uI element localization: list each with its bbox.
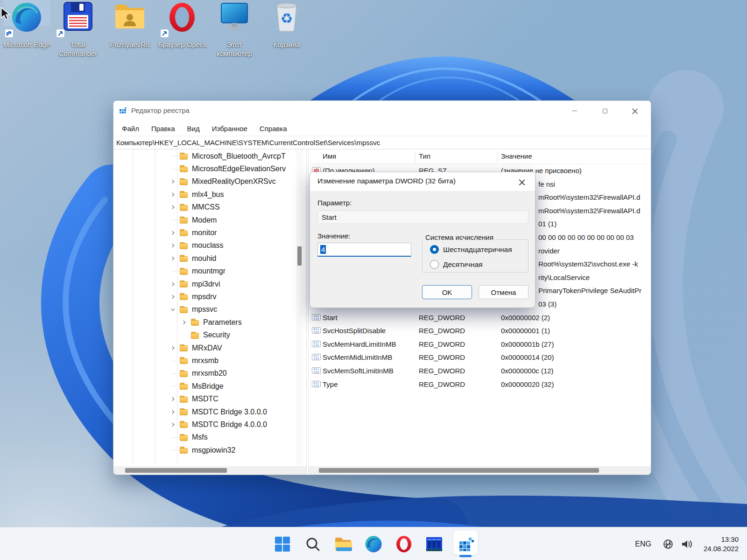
tree-vertical-scrollbar[interactable] xyxy=(296,149,303,465)
folder-icon xyxy=(180,231,188,237)
scrollbar-thumb[interactable] xyxy=(297,246,302,266)
registry-tree-pane[interactable]: Microsoft_Bluetooth_AvrcpT MicrosoftEdge… xyxy=(113,149,306,465)
tree-item[interactable]: MixedRealityOpenXRSvc xyxy=(113,175,306,188)
menu-view[interactable]: Вид xyxy=(181,125,206,133)
tree-item[interactable]: MRxDAV xyxy=(113,342,306,354)
chevron-right-icon[interactable] xyxy=(169,421,176,428)
tree-item[interactable]: Microsoft_Bluetooth_AvrcpT xyxy=(113,150,306,162)
value-row[interactable]: Type REG_DWORD 0x00000020 (32) xyxy=(309,378,651,392)
value-row[interactable]: SvcMemSoftLimitInMB REG_DWORD 0x0000000c… xyxy=(309,364,651,378)
tray-time: 13:30 xyxy=(704,535,739,544)
chevron-right-icon[interactable] xyxy=(169,409,176,415)
value-row[interactable]: SvcMemHardLimitInMB REG_DWORD 0x0000001b… xyxy=(309,338,651,351)
tree-item[interactable]: mrxsmb xyxy=(113,354,306,367)
column-header-type[interactable]: Тип xyxy=(419,152,430,160)
edge-button[interactable] xyxy=(363,534,384,554)
menu-file[interactable]: Файл xyxy=(116,125,145,133)
scrollbar-thumb[interactable] xyxy=(319,468,599,473)
tree-horizontal-scrollbar[interactable] xyxy=(113,466,306,475)
desktop-icon-total-commander[interactable]: Total Commander xyxy=(54,2,102,58)
volume-icon[interactable] xyxy=(681,539,693,550)
tree-item[interactable]: monitor xyxy=(113,226,306,239)
chevron-right-icon[interactable] xyxy=(169,294,176,300)
radio-decimal[interactable]: Десятичная xyxy=(430,260,483,269)
tree-item[interactable]: Modem xyxy=(113,214,306,226)
values-horizontal-scrollbar[interactable] xyxy=(309,466,651,475)
tree-item[interactable]: MSDTC xyxy=(113,393,306,406)
tree-item[interactable]: MicrosoftEdgeElevationServ xyxy=(113,162,306,175)
desktop-icon-poznyaevru[interactable]: PoznyaevRu xyxy=(106,2,154,49)
file-explorer-button[interactable] xyxy=(333,534,353,554)
tree-item[interactable]: mpsdrv xyxy=(113,290,306,303)
chevron-right-icon[interactable] xyxy=(169,255,176,262)
start-button[interactable] xyxy=(272,534,293,554)
ok-button[interactable]: OK xyxy=(422,285,472,299)
tree-item[interactable]: MSDTC Bridge 3.0.0.0 xyxy=(113,406,306,418)
dialog-titlebar[interactable]: Изменение параметра DWORD (32 бита) xyxy=(310,172,535,191)
column-header-name[interactable]: Имя xyxy=(323,152,336,160)
menu-help[interactable]: Справка xyxy=(254,125,293,133)
network-globe-icon[interactable] xyxy=(662,539,674,550)
column-header-value[interactable]: Значение xyxy=(501,152,532,160)
clock[interactable]: 13:30 24.08.2022 xyxy=(704,535,739,553)
tree-item[interactable]: mrxsmb20 xyxy=(113,367,306,380)
chevron-right-icon[interactable] xyxy=(169,178,176,185)
desktop-icon-recycle-bin[interactable]: ♻ Корзина xyxy=(262,2,311,49)
chevron-right-icon[interactable] xyxy=(169,191,176,198)
registry-editor-button-active[interactable] xyxy=(455,534,476,554)
maximize-button[interactable] xyxy=(590,101,620,121)
scrollbar-thumb[interactable] xyxy=(125,468,227,473)
tree-item[interactable]: Msfs xyxy=(113,431,306,444)
mouse-cursor xyxy=(0,7,11,23)
chevron-right-icon[interactable] xyxy=(169,204,176,210)
radio-hexadecimal[interactable]: Шестнадцатеричная xyxy=(430,245,512,254)
chevron-right-icon[interactable] xyxy=(169,281,176,287)
tree-item[interactable]: Parameters xyxy=(113,316,306,329)
tree-item-selected[interactable]: mpssvc xyxy=(113,303,306,316)
tree-item[interactable]: mpi3drvi xyxy=(113,278,306,290)
tree-item[interactable]: msgpiowin32 xyxy=(113,444,306,456)
tree-item[interactable]: Security xyxy=(113,329,306,342)
dialog-close-button[interactable] xyxy=(514,176,529,188)
tray-date: 24.08.2022 xyxy=(704,544,739,553)
chevron-down-icon[interactable] xyxy=(169,306,176,313)
chevron-right-icon[interactable] xyxy=(169,230,176,236)
address-path[interactable]: Компьютер\HKEY_LOCAL_MACHINE\SYSTEM\Curr… xyxy=(113,139,380,147)
tree-item[interactable]: MMCSS xyxy=(113,201,306,214)
param-name-field[interactable]: Start xyxy=(317,210,529,224)
value-input-field[interactable]: 4 xyxy=(317,243,411,257)
folder-icon xyxy=(334,536,352,552)
opera-button[interactable] xyxy=(394,534,414,554)
tree-item[interactable]: mountmgr xyxy=(113,265,306,278)
menu-edit[interactable]: Правка xyxy=(145,125,181,133)
radio-unselected-icon[interactable] xyxy=(430,260,439,269)
radio-selected-icon[interactable] xyxy=(430,245,439,254)
address-bar[interactable]: Компьютер\HKEY_LOCAL_MACHINE\SYSTEM\Curr… xyxy=(113,136,651,149)
tree-item[interactable]: mlx4_bus xyxy=(113,188,306,201)
close-icon xyxy=(519,179,525,185)
tree-item[interactable]: MsBridge xyxy=(113,380,306,392)
desktop-icon-opera[interactable]: Браузер Opera xyxy=(158,2,206,49)
close-button[interactable] xyxy=(620,101,650,121)
folder-icon xyxy=(180,345,188,351)
language-indicator[interactable]: ENG xyxy=(635,540,651,548)
maximize-icon xyxy=(603,109,607,113)
chevron-right-icon[interactable] xyxy=(169,396,176,402)
menu-favorites[interactable]: Избранное xyxy=(206,125,254,133)
value-row[interactable]: SvcMemMidLimitInMB REG_DWORD 0x00000014 … xyxy=(309,351,651,364)
tree-item[interactable]: mouhid xyxy=(113,252,306,265)
desktop-icon-this-pc[interactable]: Этот компьютер xyxy=(210,2,259,58)
tree-item[interactable]: mouclass xyxy=(113,239,306,252)
value-row[interactable]: Start REG_DWORD 0x00000002 (2) xyxy=(309,311,651,325)
minimize-button[interactable] xyxy=(559,101,589,121)
tree-item[interactable]: MSDTC Bridge 4.0.0.0 xyxy=(113,418,306,431)
value-row[interactable]: SvcHostSplitDisable REG_DWORD 0x00000001… xyxy=(309,324,651,338)
cancel-button[interactable]: Отмена xyxy=(479,285,529,299)
search-button[interactable] xyxy=(303,534,323,554)
chevron-right-icon[interactable] xyxy=(169,242,176,249)
chevron-right-icon[interactable] xyxy=(169,345,176,351)
folder-icon xyxy=(180,256,188,262)
total-commander-button[interactable] xyxy=(424,534,444,554)
window-titlebar[interactable]: Редактор реестра xyxy=(113,101,651,121)
chevron-right-icon[interactable] xyxy=(181,319,187,326)
